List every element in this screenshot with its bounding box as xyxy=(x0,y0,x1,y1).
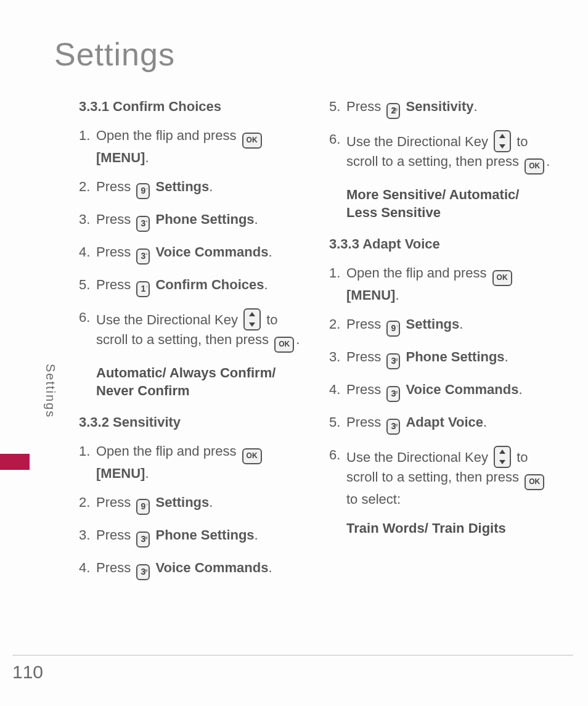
list-item: 1. Open the flip and press OK [MENU]. xyxy=(79,126,301,166)
key-9-icon: 9′ xyxy=(386,321,400,337)
step-label: Settings xyxy=(155,179,209,194)
steps-331: 1. Open the flip and press OK [MENU]. 2.… xyxy=(79,126,301,353)
list-item: 2. Press 9′ Settings. xyxy=(79,493,301,515)
steps-332-cont: 5. Press 2@ Sensitivity. 6. Use the Dire… xyxy=(329,97,551,174)
ok-key-icon: OK xyxy=(525,474,544,490)
options-331: Automatic/ Always Confirm/ Never Confirm xyxy=(79,364,301,400)
step-label: Phone Settings xyxy=(155,211,254,227)
heading-333: 3.3.3 Adapt Voice xyxy=(329,235,551,253)
key-3-icon: 3″ xyxy=(136,216,150,232)
list-item: 6. Use the Directional Key to scroll to … xyxy=(329,446,551,508)
step-text: Open the flip and press xyxy=(96,443,240,459)
step-label: Adapt Voice xyxy=(406,414,483,430)
list-item: 3. Press 3# Phone Settings. xyxy=(79,526,301,548)
list-item: 4. Press 3# Voice Commands. xyxy=(329,380,551,402)
key-9-icon: 9′ xyxy=(136,499,150,515)
side-tab-label: Settings xyxy=(43,364,57,418)
ok-key-icon: OK xyxy=(492,270,512,286)
menu-label: [MENU] xyxy=(96,466,145,481)
step-text: Use the Directional Key xyxy=(346,449,492,465)
step-text: Press xyxy=(346,349,385,364)
step-text: Press xyxy=(96,495,134,510)
list-item: 6. Use the Directional Key to scroll to … xyxy=(329,130,551,174)
key-3-icon: 3# xyxy=(136,532,150,548)
ok-key-icon: OK xyxy=(242,448,262,464)
step-text: Use the Directional Key xyxy=(96,312,242,327)
footer: 110 xyxy=(12,655,573,683)
step-text: Press xyxy=(346,99,385,114)
right-column: 5. Press 2@ Sensitivity. 6. Use the Dire… xyxy=(329,97,551,591)
key-3-icon: 3# xyxy=(386,353,400,369)
key-3-icon: 3# xyxy=(136,564,150,580)
directional-key-icon xyxy=(494,130,511,152)
step-label: Phone Settings xyxy=(155,527,254,543)
step-text: Press xyxy=(96,277,134,292)
step-text: Open the flip and press xyxy=(96,128,240,143)
list-item: 5. Press 1′ Confirm Choices. xyxy=(79,276,301,297)
steps-333: 1. Open the flip and press OK [MENU]. 2.… xyxy=(329,264,551,508)
footer-divider xyxy=(12,655,573,655)
list-item: 3. Press 3# Phone Settings. xyxy=(329,348,551,369)
list-item: 4. Press 3# Voice Commands. xyxy=(79,559,301,580)
steps-332: 1. Open the flip and press OK [MENU]. 2.… xyxy=(79,442,301,580)
step-text: Press xyxy=(96,179,134,194)
key-3-icon: 3# xyxy=(386,386,400,402)
step-label: Voice Commands xyxy=(155,244,268,260)
directional-key-icon xyxy=(494,446,511,468)
step-text: Press xyxy=(96,211,134,227)
step-text: Press xyxy=(96,244,134,260)
list-item: 4. Press 3″ Voice Commands. xyxy=(79,243,301,265)
heading-332: 3.3.2 Sensitivity xyxy=(79,413,301,431)
list-item: 5. Press 2@ Sensitivity. xyxy=(329,97,551,119)
step-text: Press xyxy=(346,316,385,332)
key-3-icon: 3″ xyxy=(136,248,150,265)
content-area: 3.3.1 Confirm Choices 1. Open the flip a… xyxy=(79,97,560,591)
step-text: Open the flip and press xyxy=(346,265,491,281)
step-label: Voice Commands xyxy=(155,560,268,575)
step-text: Press xyxy=(96,527,134,543)
step-label: Settings xyxy=(406,316,459,332)
list-item: 3. Press 3″ Phone Settings. xyxy=(79,210,301,232)
key-9-icon: 9′ xyxy=(136,183,150,199)
list-item: 1. Open the flip and press OK [MENU]. xyxy=(79,442,301,482)
ok-key-icon: OK xyxy=(274,337,294,353)
heading-331: 3.3.1 Confirm Choices xyxy=(79,97,301,115)
step-label: Voice Commands xyxy=(406,382,518,397)
ok-key-icon: OK xyxy=(242,133,262,149)
list-item: 1. Open the flip and press OK [MENU]. xyxy=(329,264,551,304)
left-column: 3.3.1 Confirm Choices 1. Open the flip a… xyxy=(79,97,301,591)
step-text: Press xyxy=(96,560,134,575)
step-label: Sensitivity xyxy=(406,99,473,114)
step-label: Phone Settings xyxy=(406,349,504,364)
step-label: Confirm Choices xyxy=(155,277,264,292)
options-332: More Sensitive/ Automatic/ Less Sensitiv… xyxy=(329,186,551,221)
list-item: 2. Press 9′ Settings. xyxy=(329,315,551,337)
page-number: 110 xyxy=(12,662,573,683)
page-title: Settings xyxy=(54,36,175,73)
menu-label: [MENU] xyxy=(346,287,395,303)
directional-key-icon xyxy=(243,308,261,330)
menu-label: [MENU] xyxy=(96,150,145,165)
options-333: Train Words/ Train Digits xyxy=(329,519,551,537)
key-1-icon: 1′ xyxy=(136,281,150,297)
step-label: Settings xyxy=(155,495,209,510)
step-text: Press xyxy=(346,414,385,430)
list-item: 2. Press 9′ Settings. xyxy=(79,178,301,199)
list-item: 5. Press 3# Adapt Voice. xyxy=(329,413,551,435)
key-2-icon: 2@ xyxy=(386,103,400,119)
step-text: to select: xyxy=(346,491,401,507)
side-tab-accent xyxy=(0,454,30,470)
step-text: Use the Directional Key xyxy=(346,134,492,149)
list-item: 6. Use the Directional Key to scroll to … xyxy=(79,308,301,353)
key-3-icon: 3# xyxy=(386,419,400,435)
ok-key-icon: OK xyxy=(525,158,544,174)
step-text: Press xyxy=(346,382,385,397)
